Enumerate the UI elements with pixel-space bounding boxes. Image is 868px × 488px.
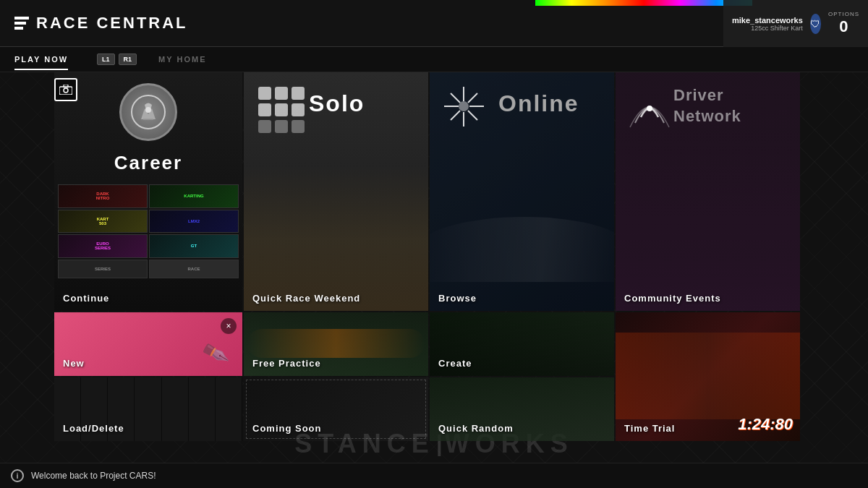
- solo-title: Solo: [309, 90, 365, 117]
- career-games-grid: DARKNITRO KARTING KART503 LMX2 EUROSERIE…: [54, 181, 242, 282]
- header-logo: RACE CENTRAL: [0, 14, 203, 33]
- free-practice-label: Free Practice: [252, 358, 321, 369]
- online-sublabel: Browse: [438, 293, 477, 304]
- driver-network-signal-icon: [626, 85, 673, 135]
- driver-network-sublabel: Community Events: [624, 293, 721, 304]
- driver-network-cell[interactable]: Driver Network Community Events: [616, 72, 800, 311]
- r1-button[interactable]: R1: [119, 53, 137, 65]
- user-details: mike_stanceworks 125cc Shifter Kart: [732, 16, 803, 32]
- info-icon: i: [11, 469, 24, 482]
- tab-play-now[interactable]: PLAY NOW: [14, 49, 68, 69]
- nav-buttons: L1 R1: [97, 53, 137, 65]
- time-trial-timer: 1:24:80: [738, 415, 793, 434]
- quick-random-label: Quick Random: [438, 423, 514, 434]
- time-trial-car: [616, 333, 800, 419]
- career-title: Career: [54, 152, 242, 174]
- career-trophy-icon: [119, 83, 177, 141]
- coming-soon-cell: Coming Soon: [244, 377, 428, 441]
- coming-soon-label: Coming Soon: [252, 423, 322, 434]
- user-info-panel: mike_stanceworks 125cc Shifter Kart 🛡 OP…: [723, 0, 868, 47]
- l1-button[interactable]: L1: [97, 53, 115, 65]
- main-grid: Career DARKNITRO KARTING KART503 LMX2 EU…: [54, 72, 868, 463]
- username: mike_stanceworks: [732, 16, 803, 25]
- quick-random-cell[interactable]: Quick Random: [430, 377, 614, 441]
- user-car: 125cc Shifter Kart: [751, 25, 803, 32]
- time-trial-cell[interactable]: 1:24:80 Time Trial: [616, 312, 800, 441]
- camera-icon[interactable]: [54, 78, 77, 101]
- career-cell[interactable]: Career DARKNITRO KARTING KART503 LMX2 EU…: [54, 72, 242, 311]
- online-burst-icon: [441, 83, 488, 133]
- rainbow-bar: [535, 0, 752, 6]
- solo-sublabel: Quick Race Weekend: [252, 293, 360, 304]
- svg-rect-2: [64, 85, 68, 87]
- app-title: RACE CENTRAL: [36, 14, 188, 33]
- svg-line-9: [451, 93, 460, 103]
- status-message: Welcome back to Project CARS!: [31, 471, 156, 481]
- solo-cell[interactable]: Solo Quick Race Weekend: [244, 72, 428, 311]
- game-badge-euro: EUROSERIES: [58, 234, 148, 258]
- solo-track-background: [244, 166, 428, 311]
- svg-point-4: [145, 107, 151, 113]
- online-cell[interactable]: Online Browse: [430, 72, 614, 311]
- game-badge-generic1: SERIES: [58, 260, 148, 279]
- create-label: Create: [438, 358, 472, 369]
- free-practice-car-hint: [247, 329, 425, 358]
- options-badge: OPTIONS 0: [828, 11, 859, 36]
- logo-bars: [14, 17, 29, 30]
- game-badge-kart503: KART503: [58, 210, 148, 234]
- load-delete-label: Load/Delete: [63, 423, 124, 434]
- options-value: 0: [839, 17, 848, 36]
- svg-line-10: [468, 111, 477, 120]
- game-badge-generic2: RACE: [149, 260, 239, 279]
- svg-line-11: [468, 93, 477, 103]
- time-trial-label: Time Trial: [624, 423, 675, 434]
- svg-line-12: [451, 111, 460, 120]
- game-badge-lmx2: LMX2: [149, 210, 239, 234]
- new-close-button[interactable]: ×: [221, 318, 237, 334]
- navigation-bar: PLAY NOW L1 R1 MY HOME: [0, 47, 868, 72]
- nav-left: PLAY NOW L1 R1 MY HOME: [0, 49, 221, 69]
- free-practice-cell[interactable]: Free Practice: [244, 312, 428, 376]
- new-cell[interactable]: ✒️ × New: [54, 312, 242, 376]
- status-bar: i Welcome back to Project CARS!: [0, 463, 868, 488]
- tab-my-home[interactable]: MY HOME: [158, 49, 206, 69]
- career-sublabel: Continue: [63, 293, 109, 304]
- svg-point-1: [64, 88, 68, 93]
- game-badge-dark-nitro: DARKNITRO: [58, 184, 148, 208]
- new-label: New: [63, 358, 85, 369]
- game-badge-karting: KARTING: [149, 184, 239, 208]
- header-bar: RACE CENTRAL mike_stanceworks 125cc Shif…: [0, 0, 868, 47]
- create-cell[interactable]: Create: [430, 312, 614, 376]
- game-badge-gt: GT: [149, 234, 239, 258]
- svg-point-13: [459, 101, 469, 111]
- solo-dots-icon: [258, 87, 305, 133]
- user-shield-icon: 🛡: [810, 14, 821, 34]
- load-delete-cell[interactable]: Load/Delete: [54, 377, 242, 441]
- options-label: OPTIONS: [828, 11, 859, 17]
